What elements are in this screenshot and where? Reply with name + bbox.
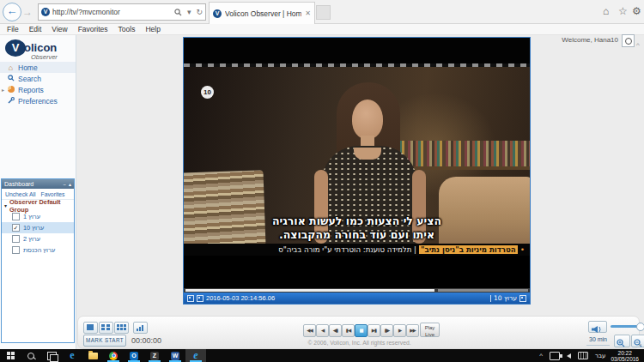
taskbar-clock[interactable]: 20:22 03/05/2016 bbox=[611, 350, 639, 362]
channel-group-row[interactable]: ▾ Observer Default Group bbox=[2, 200, 74, 211]
fullscreen-icon[interactable] bbox=[519, 295, 526, 302]
sidebar-item-reports[interactable]: ▸ Reports bbox=[0, 84, 76, 95]
task-view-icon[interactable] bbox=[41, 349, 62, 362]
start-button[interactable] bbox=[0, 349, 21, 362]
transport-next-clip-icon[interactable]: ▮▶ bbox=[380, 324, 393, 337]
layout-3x2-button[interactable] bbox=[114, 322, 129, 334]
layout-single-button[interactable] bbox=[83, 322, 98, 334]
tree-open-icon[interactable]: ▾ bbox=[4, 202, 7, 208]
speaker-icon[interactable] bbox=[567, 353, 571, 359]
menu-edit[interactable]: Edit bbox=[29, 25, 42, 33]
menu-tools[interactable]: Tools bbox=[118, 25, 136, 33]
sidebar-item-preferences[interactable]: Preferences bbox=[0, 95, 76, 106]
zoom-in-button[interactable] bbox=[614, 335, 630, 347]
channel-row[interactable]: ✓ ערוץ 10 bbox=[2, 222, 74, 233]
browser-back-icon[interactable]: ← bbox=[3, 3, 21, 21]
audio-meter-button[interactable] bbox=[133, 322, 148, 334]
transport-rewind-icon[interactable]: ◀ bbox=[316, 324, 329, 337]
video-channel-label: ערוץ 10 bbox=[494, 294, 517, 302]
sidebar-item-label: Preferences bbox=[18, 97, 58, 106]
video-frame: 10 הציע לי הצעות כמו לעשות אורגיה איתו ו… bbox=[184, 67, 530, 244]
sidebar-item-label: Reports bbox=[18, 86, 44, 94]
outlook-icon[interactable]: O bbox=[124, 349, 144, 362]
menu-favorites[interactable]: Favorites bbox=[78, 25, 108, 33]
channel-row[interactable]: ערוץ 2 bbox=[2, 233, 74, 244]
logout-button[interactable] bbox=[622, 34, 635, 47]
transport-play-icon[interactable]: ▶ bbox=[393, 324, 406, 337]
transport-step-forward-icon[interactable]: ▶▮ bbox=[368, 324, 380, 337]
video-player[interactable]: 10 הציע לי הצעות כמו לעשות אורגיה איתו ו… bbox=[183, 37, 531, 305]
status-icon-a[interactable] bbox=[187, 295, 194, 302]
favorites-star-icon[interactable]: ☆ bbox=[618, 5, 628, 17]
file-explorer-icon[interactable] bbox=[82, 349, 103, 362]
channel-checkbox[interactable] bbox=[12, 246, 20, 254]
network-icon[interactable] bbox=[550, 352, 560, 360]
ticker-bullet: • bbox=[520, 245, 525, 254]
sidebar-item-home[interactable]: ⌂ Home bbox=[0, 62, 76, 73]
menu-help[interactable]: Help bbox=[145, 25, 160, 33]
dashboard-header[interactable]: Dashboard − ▴ bbox=[2, 179, 74, 189]
menu-view[interactable]: View bbox=[52, 25, 67, 33]
taskbar-search-icon[interactable] bbox=[21, 349, 41, 362]
clock-date: 03/05/2016 bbox=[611, 356, 639, 362]
layout-2x2-button[interactable] bbox=[99, 322, 113, 334]
settings-gear-icon[interactable]: ⚙ bbox=[632, 5, 641, 17]
transport-prev-clip-icon[interactable]: ◀▮ bbox=[329, 324, 342, 337]
app-z-icon[interactable]: Z bbox=[144, 349, 165, 362]
logo-v-mark: V bbox=[5, 39, 26, 57]
subtitle-line-2: איתו ועם עוד בחורה מהקבוצה. bbox=[184, 228, 530, 241]
sidebar-item-search[interactable]: Search bbox=[0, 73, 76, 84]
collapse-header-chevron[interactable]: ^ bbox=[636, 41, 640, 49]
transport-jump-back-icon[interactable]: ◀◀ bbox=[303, 324, 316, 337]
minimize-icon[interactable]: − bbox=[63, 182, 66, 187]
chevron-down-icon[interactable]: ▾ bbox=[187, 8, 191, 16]
channel-checkbox-checked[interactable]: ✓ bbox=[12, 224, 20, 232]
seek-bar-remaining bbox=[438, 289, 528, 292]
play-live-button[interactable]: Play Live bbox=[420, 323, 440, 337]
tab-close-icon[interactable]: ✕ bbox=[305, 9, 311, 17]
volume-slider[interactable] bbox=[611, 325, 640, 328]
collapse-footer-chevron[interactable]: ⌄ bbox=[637, 340, 643, 347]
uncheck-all-link[interactable]: Uncheck All bbox=[5, 191, 36, 197]
collapse-icon[interactable]: ▴ bbox=[69, 181, 71, 187]
video-status-bar: 2016-05-03 20:14:56.06 ערוץ 10 bbox=[184, 293, 530, 304]
browser-chrome: ← → V http://tv/?mvcmonitor ▾ ↻ V Volico… bbox=[0, 0, 644, 24]
transport-step-back-icon[interactable]: ▮◀ bbox=[342, 324, 355, 337]
menu-file[interactable]: File bbox=[7, 25, 19, 33]
channel-label: ערוץ 1 bbox=[23, 213, 40, 220]
volume-slider-handle[interactable] bbox=[636, 323, 644, 331]
transport-pause-icon[interactable]: ▮▮ bbox=[355, 324, 368, 337]
browser-forward-icon[interactable]: → bbox=[22, 6, 33, 18]
expander-icon[interactable]: ▸ bbox=[2, 87, 4, 93]
refresh-icon[interactable]: ↻ bbox=[196, 8, 203, 16]
tab-title: Volicon Observer | Home bbox=[225, 9, 301, 18]
edge-icon[interactable]: e bbox=[62, 349, 82, 362]
tray-chevron-icon[interactable]: ^ bbox=[539, 352, 543, 359]
address-bar[interactable]: V http://tv/?mvcmonitor ▾ ↻ bbox=[38, 3, 206, 21]
transport-fast-forward-icon[interactable]: ▶▶ bbox=[406, 324, 419, 337]
channel-checkbox[interactable] bbox=[12, 213, 20, 220]
word-icon[interactable]: W bbox=[165, 349, 185, 362]
new-tab-button[interactable] bbox=[316, 5, 331, 20]
channel-10-logo: 10 bbox=[201, 86, 214, 99]
url-text[interactable]: http://tv/?mvcmonitor bbox=[52, 8, 172, 16]
favorites-link[interactable]: Favorites bbox=[41, 191, 65, 197]
windows-taskbar: e O Z W e ^ עבר 20:22 03/05/2016 bbox=[0, 349, 644, 362]
dashboard-title: Dashboard bbox=[4, 181, 60, 187]
time-span-select[interactable]: 30 min bbox=[586, 335, 610, 346]
video-timestamp: 2016-05-03 20:14:56.06 bbox=[206, 294, 488, 302]
browser-tab[interactable]: V Volicon Observer | Home ✕ bbox=[209, 2, 315, 24]
divider bbox=[490, 295, 491, 302]
channel-checkbox[interactable] bbox=[12, 235, 20, 243]
channel-row[interactable]: ערוץ הכנסת bbox=[2, 244, 74, 256]
chrome-icon[interactable] bbox=[103, 349, 124, 362]
touch-keyboard-icon[interactable] bbox=[578, 352, 588, 359]
search-icon[interactable] bbox=[174, 9, 182, 16]
language-indicator[interactable]: עבר bbox=[595, 353, 605, 359]
internet-explorer-icon[interactable]: e bbox=[185, 349, 206, 362]
site-favicon: V bbox=[41, 8, 50, 16]
ticker-highlight: הטרדות מיניות ב"ניסן נתיב" bbox=[419, 245, 518, 254]
volume-button[interactable] bbox=[588, 321, 607, 333]
status-icon-b[interactable] bbox=[197, 295, 204, 302]
home-icon[interactable]: ⌂ bbox=[603, 5, 609, 17]
